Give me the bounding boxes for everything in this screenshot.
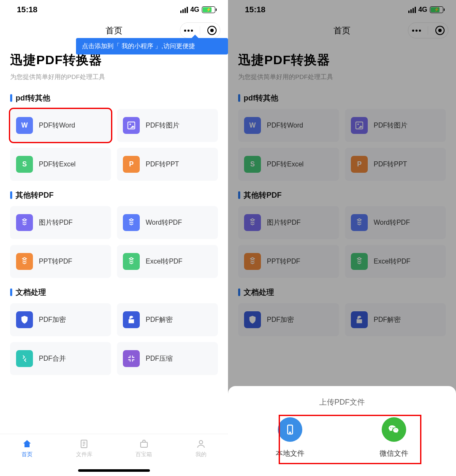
card-image-to-pdf[interactable]: 图片转PDF bbox=[10, 206, 111, 239]
section-title: 其他转PDF bbox=[238, 190, 446, 200]
card-pdf-encrypt[interactable]: PDF加密 bbox=[238, 303, 339, 336]
battery-icon: ⚡ bbox=[430, 6, 443, 13]
card-word-to-pdf[interactable]: Word转PDF bbox=[117, 206, 218, 239]
home-indicator bbox=[78, 469, 150, 472]
tab-files[interactable]: 文件库 bbox=[76, 438, 92, 458]
signal-icon bbox=[408, 7, 416, 13]
card-label: PDF加密 bbox=[267, 316, 294, 324]
section-title: pdf转其他 bbox=[238, 93, 446, 103]
pdf-icon bbox=[244, 214, 261, 231]
card-pdf-to-ppt[interactable]: P PDF转PPT bbox=[345, 148, 446, 181]
menu-icon[interactable] bbox=[184, 30, 193, 32]
section-doc-process: 文档处理 PDF加密 PDF解密 PDF合并 PDF压缩 bbox=[0, 278, 228, 375]
signal-icon bbox=[180, 7, 188, 13]
app-title: 迅捷PDF转换器 bbox=[238, 52, 446, 69]
card-label: PDF解密 bbox=[374, 316, 401, 324]
excel-icon: S bbox=[244, 156, 261, 173]
card-pdf-to-word[interactable]: W PDF转Word bbox=[238, 109, 339, 142]
pdf-icon bbox=[16, 253, 33, 270]
card-label: PDF压缩 bbox=[146, 354, 173, 363]
app-subtitle: 为您提供简单好用的PDF处理工具 bbox=[238, 73, 446, 81]
section-pdf-to-other: pdf转其他 W PDF转Word PDF转图片 S PDF转Excel P P… bbox=[228, 84, 456, 181]
card-excel-to-pdf[interactable]: Excel转PDF bbox=[345, 245, 446, 278]
card-label: 图片转PDF bbox=[39, 218, 73, 227]
section-other-to-pdf: 其他转PDF 图片转PDF Word转PDF PPT转PDF Excel转PDF bbox=[228, 181, 456, 278]
card-pdf-decrypt[interactable]: PDF解密 bbox=[345, 303, 446, 336]
card-pdf-to-excel[interactable]: S PDF转Excel bbox=[10, 148, 111, 181]
profile-icon bbox=[195, 438, 206, 449]
word-icon: W bbox=[244, 117, 261, 134]
header-block: 迅捷PDF转换器 为您提供简单好用的PDF处理工具 bbox=[228, 41, 456, 84]
card-pdf-compress[interactable]: PDF压缩 bbox=[117, 342, 218, 375]
page-title: 首页 bbox=[334, 25, 350, 36]
card-ppt-to-pdf[interactable]: PPT转PDF bbox=[10, 245, 111, 278]
card-word-to-pdf[interactable]: Word转PDF bbox=[345, 206, 446, 239]
close-icon[interactable] bbox=[207, 26, 217, 35]
card-label: PDF转图片 bbox=[374, 121, 407, 130]
add-miniprogram-tip[interactable]: 点击添加到「 我的小程序 」,访问更便捷 bbox=[76, 38, 228, 54]
toolbox-icon bbox=[138, 438, 149, 449]
card-pdf-merge[interactable]: PDF合并 bbox=[10, 342, 111, 375]
card-pdf-encrypt[interactable]: PDF加密 bbox=[10, 303, 111, 336]
unlock-icon bbox=[351, 311, 368, 328]
pdf-icon bbox=[351, 214, 368, 231]
merge-icon bbox=[16, 350, 33, 367]
card-label: PDF转图片 bbox=[146, 121, 179, 130]
upload-sheet: 上传PDF文件 本地文件 微信文件 bbox=[228, 386, 456, 476]
section-pdf-to-other: pdf转其他 W PDF转Word PDF转图片 S PDF转Excel P P… bbox=[0, 84, 228, 181]
card-ppt-to-pdf[interactable]: PPT转PDF bbox=[238, 245, 339, 278]
shield-icon bbox=[16, 311, 33, 328]
section-title: pdf转其他 bbox=[10, 93, 218, 103]
image-icon bbox=[351, 117, 368, 134]
capsule-button[interactable] bbox=[180, 22, 220, 38]
tab-profile[interactable]: 我的 bbox=[195, 438, 206, 458]
card-label: PDF解密 bbox=[146, 316, 173, 324]
network-label: 4G bbox=[418, 6, 427, 14]
card-label: PDF转PPT bbox=[374, 160, 407, 169]
card-image-to-pdf[interactable]: 图片转PDF bbox=[238, 206, 339, 239]
ppt-icon: P bbox=[351, 156, 368, 173]
card-label: Word转PDF bbox=[146, 218, 182, 227]
excel-icon: S bbox=[16, 156, 33, 173]
header-block: 点击添加到「 我的小程序 」,访问更便捷 迅捷PDF转换器 为您提供简单好用的P… bbox=[0, 41, 228, 84]
status-bar: 15:18 4G ⚡ bbox=[0, 0, 228, 19]
pdf-icon bbox=[16, 214, 33, 231]
svg-point-6 bbox=[357, 123, 359, 125]
section-title: 其他转PDF bbox=[10, 190, 218, 200]
card-pdf-to-word[interactable]: W PDF转Word bbox=[10, 109, 111, 142]
card-label: PDF合并 bbox=[39, 354, 66, 363]
shield-icon bbox=[244, 311, 261, 328]
card-pdf-to-image[interactable]: PDF转图片 bbox=[345, 109, 446, 142]
card-label: PDF转Word bbox=[267, 121, 303, 130]
section-title: 文档处理 bbox=[238, 287, 446, 297]
card-pdf-to-ppt[interactable]: P PDF转PPT bbox=[117, 148, 218, 181]
pdf-icon bbox=[244, 253, 261, 270]
status-right: 4G ⚡ bbox=[408, 6, 443, 14]
card-label: PPT转PDF bbox=[267, 257, 300, 266]
card-pdf-to-excel[interactable]: S PDF转Excel bbox=[238, 148, 339, 181]
card-pdf-to-image[interactable]: PDF转图片 bbox=[117, 109, 218, 142]
tab-bar: 首页 文件库 百宝箱 我的 bbox=[0, 434, 228, 476]
card-pdf-decrypt[interactable]: PDF解密 bbox=[117, 303, 218, 336]
tab-toolbox[interactable]: 百宝箱 bbox=[136, 438, 152, 458]
word-icon: W bbox=[16, 117, 33, 134]
close-icon[interactable] bbox=[435, 26, 445, 35]
menu-icon[interactable] bbox=[412, 30, 421, 32]
highlight-box bbox=[279, 415, 421, 464]
app-subtitle: 为您提供简单好用的PDF处理工具 bbox=[10, 73, 218, 81]
ppt-icon: P bbox=[123, 156, 140, 173]
status-time: 15:18 bbox=[17, 5, 38, 14]
pdf-icon bbox=[123, 253, 140, 270]
file-icon bbox=[79, 438, 90, 449]
capsule-button[interactable] bbox=[408, 22, 448, 38]
status-bar: 15:18 4G ⚡ bbox=[228, 0, 456, 19]
battery-icon: ⚡ bbox=[202, 6, 215, 13]
page-title: 首页 bbox=[106, 25, 122, 36]
card-label: PDF转Word bbox=[39, 121, 75, 130]
card-label: PPT转PDF bbox=[39, 257, 72, 266]
tab-home[interactable]: 首页 bbox=[22, 438, 33, 458]
card-excel-to-pdf[interactable]: Excel转PDF bbox=[117, 245, 218, 278]
card-label: PDF转PPT bbox=[146, 160, 179, 169]
card-label: PDF转Excel bbox=[267, 160, 304, 169]
unlock-icon bbox=[123, 311, 140, 328]
